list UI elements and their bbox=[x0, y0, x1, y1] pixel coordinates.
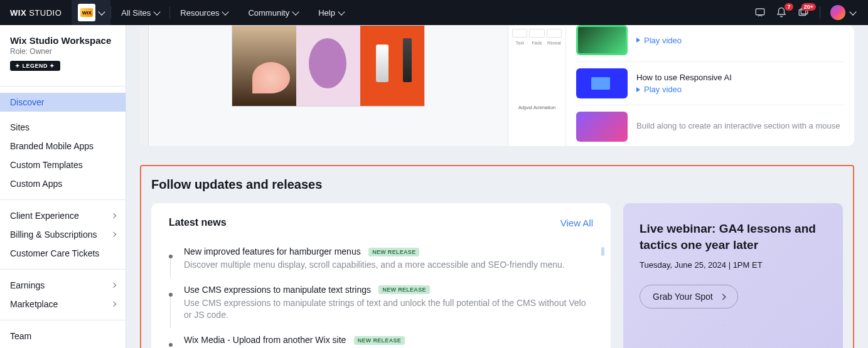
canvas-tile bbox=[296, 26, 360, 106]
separator bbox=[0, 199, 126, 200]
nav-label: All Sites bbox=[121, 8, 151, 18]
inbox-icon[interactable]: 20+ bbox=[797, 7, 810, 18]
view-all-link[interactable]: View All bbox=[560, 218, 593, 228]
notifications-icon[interactable]: 7 bbox=[776, 7, 787, 18]
sidebar-item-custom-apps[interactable]: Custom Apps bbox=[0, 174, 126, 193]
sidebar-item-label: Client Experience bbox=[10, 211, 79, 221]
logo[interactable]: WIX STUDIO bbox=[0, 0, 72, 25]
sidebar-item-label: Customer Care Tickets bbox=[10, 248, 99, 258]
editor-preview: Text Fade Reveal Adjust Animation bbox=[140, 25, 565, 146]
video-item[interactable]: Build along to create an interactive sec… bbox=[576, 105, 844, 146]
sidebar-item-client-experience[interactable]: Client Experience bbox=[0, 206, 126, 225]
chevron-right-icon bbox=[111, 213, 116, 218]
nav-label: Community bbox=[248, 8, 289, 18]
separator bbox=[0, 269, 126, 270]
webinar-card: Live webinar: GA4 lessons and tactics on… bbox=[623, 203, 843, 348]
chevron-right-icon bbox=[719, 293, 726, 300]
canvas bbox=[232, 25, 425, 107]
release-tag: NEW RELEASE bbox=[378, 285, 429, 294]
top-bar: WIX STUDIO WiX All Sites Resources Commu… bbox=[0, 0, 868, 25]
canvas-tile bbox=[232, 26, 296, 106]
sidebar-item-branded-apps[interactable]: Branded Mobile Apps bbox=[0, 137, 126, 156]
chevron-down-icon bbox=[222, 8, 229, 15]
bullet-icon bbox=[169, 255, 173, 258]
video-title: How to use Responsive AI bbox=[636, 73, 844, 82]
inbox-badge: 20+ bbox=[801, 3, 816, 11]
sidebar-item-sites[interactable]: Sites bbox=[0, 118, 126, 137]
sidebar-item-discover[interactable]: Discover bbox=[0, 93, 126, 112]
svg-rect-0 bbox=[756, 9, 764, 15]
sidebar-item-label: Team bbox=[10, 331, 31, 341]
chevron-down-icon bbox=[849, 8, 856, 15]
news-item-title: New improved features for hamburger menu… bbox=[184, 246, 361, 256]
panel-tab: Reveal bbox=[547, 41, 562, 45]
news-item-title: Wix Media - Upload from another Wix site bbox=[184, 335, 346, 345]
nav-label: Resources bbox=[180, 8, 219, 18]
panel-label: Adjust Animation bbox=[512, 105, 562, 110]
video-thumbnail bbox=[576, 25, 628, 55]
panel-tab: Text bbox=[512, 41, 527, 45]
canvas-tile bbox=[360, 26, 424, 106]
sidebar-item-team[interactable]: Team bbox=[0, 327, 126, 345]
nav-label: Help bbox=[318, 8, 335, 18]
nav-community[interactable]: Community bbox=[238, 0, 308, 25]
separator bbox=[0, 320, 126, 320]
chevron-right-icon bbox=[111, 232, 116, 237]
separator bbox=[820, 6, 820, 19]
video-list: Play video How to use Responsive AI Play… bbox=[565, 25, 854, 146]
workspace-role: Role: Owner bbox=[10, 47, 115, 56]
chevron-down-icon bbox=[338, 8, 345, 15]
section-heading: Follow updates and releases bbox=[141, 166, 853, 203]
workspace-icon-label: WiX bbox=[80, 8, 93, 17]
timeline-line bbox=[170, 297, 171, 328]
play-video-link[interactable]: Play video bbox=[636, 85, 844, 94]
ruler bbox=[140, 25, 149, 146]
workspace-avatar: WiX bbox=[78, 4, 95, 21]
chat-icon[interactable] bbox=[754, 7, 766, 18]
news-item-title: Use CMS expressions to manipulate text s… bbox=[184, 285, 371, 295]
scrollbar[interactable] bbox=[601, 247, 604, 256]
sidebar-item-label: Custom Templates bbox=[10, 160, 83, 170]
release-tag: NEW RELEASE bbox=[354, 336, 405, 345]
sidebar-item-custom-templates[interactable]: Custom Templates bbox=[0, 156, 126, 174]
play-label: Play video bbox=[644, 85, 682, 94]
news-item[interactable]: Wix Media - Upload from another Wix site… bbox=[169, 328, 593, 348]
user-menu[interactable] bbox=[830, 5, 855, 20]
news-item[interactable]: Use CMS expressions to manipulate text s… bbox=[169, 278, 593, 328]
video-item[interactable]: Play video bbox=[576, 25, 844, 62]
separator bbox=[0, 86, 126, 87]
sidebar-item-settings[interactable]: Settings bbox=[0, 345, 126, 348]
chevron-right-icon bbox=[111, 283, 116, 288]
bullet-icon bbox=[169, 293, 173, 297]
nav-all-sites[interactable]: All Sites bbox=[111, 0, 169, 25]
news-item[interactable]: New improved features for hamburger menu… bbox=[169, 240, 593, 278]
news-item-desc: Use CMS expressions to manipulate string… bbox=[184, 297, 593, 322]
sidebar-item-marketplace[interactable]: Marketplace bbox=[0, 295, 126, 314]
panel-tab: Fade bbox=[529, 41, 544, 45]
sidebar-item-earnings[interactable]: Earnings bbox=[0, 276, 126, 295]
legend-badge: ✦ LEGEND ✦ bbox=[10, 61, 60, 71]
sidebar-item-label: Billing & Subscriptions bbox=[10, 229, 97, 240]
nav-help[interactable]: Help bbox=[308, 0, 354, 25]
sidebar-item-label: Marketplace bbox=[10, 299, 58, 309]
sidebar-item-tickets[interactable]: Customer Care Tickets bbox=[0, 244, 126, 263]
video-item[interactable]: How to use Responsive AI Play video bbox=[576, 62, 844, 105]
nav-resources[interactable]: Resources bbox=[170, 0, 238, 25]
grab-spot-button[interactable]: Grab Your Spot bbox=[640, 285, 738, 308]
video-thumbnail bbox=[576, 68, 628, 98]
sidebar: Wix Studio Workspace Role: Owner ✦ LEGEN… bbox=[0, 25, 126, 348]
play-icon bbox=[636, 38, 640, 43]
updates-section: Follow updates and releases Latest news … bbox=[140, 165, 854, 348]
chevron-down-icon bbox=[99, 8, 105, 15]
sidebar-item-label: Custom Apps bbox=[10, 179, 62, 189]
play-icon bbox=[636, 87, 640, 92]
sidebar-item-billing[interactable]: Billing & Subscriptions bbox=[0, 225, 126, 244]
workspace-selector[interactable]: WiX bbox=[72, 0, 110, 25]
play-label: Play video bbox=[644, 36, 682, 45]
button-label: Grab Your Spot bbox=[653, 292, 713, 302]
news-card: Latest news View All New improved featur… bbox=[151, 203, 611, 348]
chevron-down-icon bbox=[154, 8, 161, 15]
play-video-link[interactable]: Play video bbox=[636, 36, 844, 45]
timeline-line bbox=[170, 258, 171, 278]
chevron-down-icon bbox=[292, 8, 299, 15]
